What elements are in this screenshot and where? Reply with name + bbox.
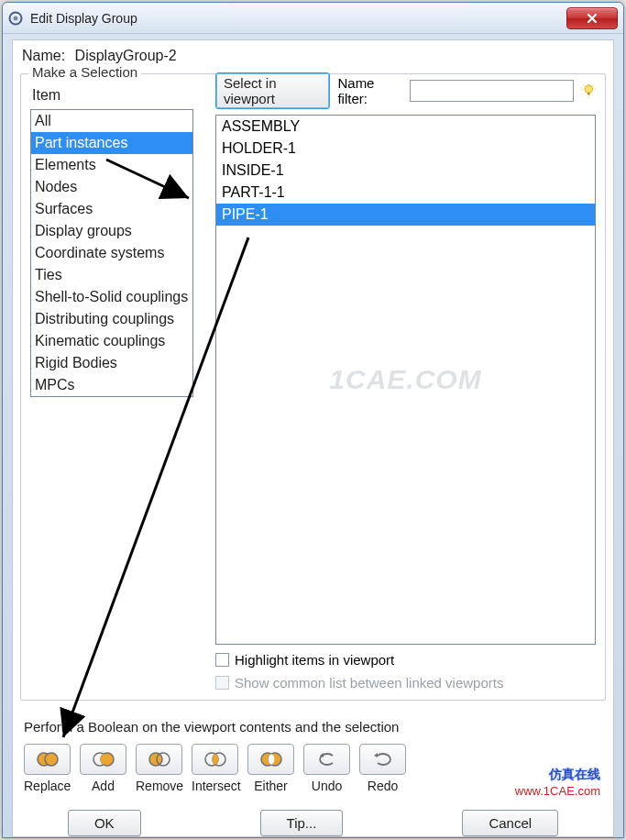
item-row[interactable]: Shell-to-Solid couplings	[31, 286, 192, 308]
external-url-text: www.1CAE.com	[515, 784, 600, 798]
close-icon	[587, 13, 598, 24]
redo-icon	[368, 750, 398, 768]
instance-row[interactable]: INSIDE-1	[216, 160, 595, 182]
item-row[interactable]: Part instances	[31, 132, 192, 154]
item-row[interactable]: Distributing couplings	[31, 308, 192, 330]
undo-icon	[313, 750, 342, 768]
svg-point-2	[585, 85, 592, 93]
add-icon	[89, 750, 118, 768]
item-row[interactable]: Kinematic couplings	[31, 330, 192, 352]
svg-point-1	[14, 16, 18, 20]
intersect-icon	[201, 750, 230, 768]
name-filter-input[interactable]	[410, 80, 574, 102]
watermark-text: 1CAE.COM	[329, 364, 481, 395]
svg-point-11	[45, 753, 58, 766]
remove-caption: Remove	[136, 779, 182, 793]
item-row[interactable]: Coordinate systems	[31, 242, 192, 264]
commonlist-checkbox-row: Show common list between linked viewport…	[215, 675, 596, 691]
item-row[interactable]: Display groups	[31, 220, 192, 242]
cancel-button[interactable]: Cancel	[462, 810, 558, 836]
boolean-label: Perform a Boolean on the viewport conten…	[24, 719, 602, 735]
undo-button[interactable]	[303, 744, 350, 775]
highlight-checkbox-row[interactable]: Highlight items in viewport	[215, 652, 596, 668]
redo-caption: Redo	[359, 779, 406, 793]
instance-row[interactable]: PIPE-1	[216, 204, 595, 226]
name-value: DisplayGroup-2	[75, 48, 177, 63]
remove-icon	[145, 750, 174, 768]
app-icon	[8, 11, 23, 26]
select-in-viewport-button[interactable]: Select in viewport	[215, 72, 330, 109]
boolean-button-row	[24, 744, 602, 775]
item-row[interactable]: Elements	[31, 154, 192, 176]
add-button[interactable]	[80, 744, 126, 775]
selection-fieldset: Make a Selection Item AllPart instancesE…	[20, 73, 606, 701]
ok-button[interactable]: OK	[68, 810, 141, 836]
either-button[interactable]	[247, 744, 294, 775]
svg-line-8	[583, 85, 584, 86]
replace-button[interactable]	[24, 744, 71, 775]
either-caption: Either	[247, 779, 294, 793]
dialog-body: Name: DisplayGroup-2 Make a Selection It…	[12, 39, 614, 837]
tip-bulb-icon[interactable]	[581, 83, 596, 99]
remove-button[interactable]	[136, 744, 182, 775]
item-row[interactable]: Rigid Bodies	[31, 352, 192, 374]
external-cn-text: 仿真在线	[549, 767, 600, 783]
undo-caption: Undo	[303, 779, 350, 793]
instances-listbox[interactable]: 1CAE.COM ASSEMBLYHOLDER-1INSIDE-1PART-1-…	[215, 115, 596, 645]
instance-row[interactable]: PART-1-1	[216, 182, 595, 204]
add-caption: Add	[80, 779, 126, 793]
tip-button[interactable]: Tip...	[260, 810, 344, 836]
commonlist-checkbox	[215, 676, 229, 690]
instance-row[interactable]: ASSEMBLY	[216, 116, 595, 138]
window-title: Edit Display Group	[30, 11, 566, 26]
svg-point-14	[149, 753, 162, 766]
close-button[interactable]	[566, 7, 618, 29]
commonlist-checkbox-label: Show common list between linked viewport…	[235, 675, 503, 691]
item-row[interactable]: Surfaces	[31, 198, 192, 220]
titlebar[interactable]: Edit Display Group	[3, 3, 623, 34]
intersect-caption: Intersect	[192, 779, 238, 793]
svg-line-9	[592, 85, 593, 86]
item-row[interactable]: MPCs	[31, 374, 192, 396]
name-label: Name:	[22, 48, 65, 63]
replace-caption: Replace	[24, 779, 71, 793]
either-icon	[257, 750, 286, 768]
redo-button[interactable]	[359, 744, 406, 775]
instance-row[interactable]: HOLDER-1	[216, 138, 595, 160]
item-row[interactable]: Nodes	[31, 176, 192, 198]
item-listbox[interactable]: AllPart instancesElementsNodesSurfacesDi…	[30, 109, 193, 397]
item-row[interactable]: All	[31, 110, 192, 132]
highlight-checkbox-label: Highlight items in viewport	[235, 652, 394, 668]
item-row[interactable]: Ties	[31, 264, 192, 286]
svg-rect-3	[587, 93, 589, 95]
highlight-checkbox[interactable]	[215, 653, 229, 667]
name-filter-label: Name filter:	[337, 75, 401, 106]
intersect-button[interactable]	[192, 744, 238, 775]
fieldset-legend: Make a Selection	[28, 64, 141, 80]
replace-icon	[33, 750, 62, 768]
window-frame: Edit Display Group Name: DisplayGroup-2 …	[2, 2, 624, 838]
